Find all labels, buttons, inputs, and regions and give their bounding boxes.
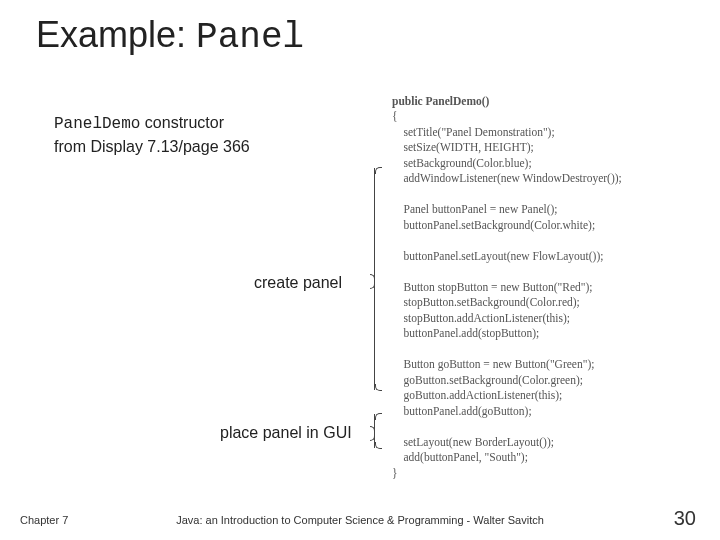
footer-pagenum: 30 <box>674 507 696 530</box>
constructor-description: PanelDemo constructor from Display 7.13/… <box>54 112 250 157</box>
code-l9: stopButton.setBackground(Color.red); <box>392 296 580 308</box>
code-l1: setTitle("Panel Demonstration"); <box>392 126 555 138</box>
desc-rest: constructor <box>140 114 224 131</box>
code-l15: buttonPanel.add(goButton); <box>392 405 532 417</box>
title-code: Panel <box>196 17 304 58</box>
code-l16: setLayout(new BorderLayout()); <box>392 436 554 448</box>
code-open: { <box>392 110 398 122</box>
desc-line2: from Display 7.13/page 366 <box>54 138 250 155</box>
code-l12: Button goButton = new Button("Green"); <box>392 358 594 370</box>
code-l6: buttonPanel.setBackground(Color.white); <box>392 219 595 231</box>
slide: Example: Panel PanelDemo constructor fro… <box>0 0 720 540</box>
code-l2: setSize(WIDTH, HEIGHT); <box>392 141 534 153</box>
brace-create-panel <box>374 168 375 390</box>
code-l7: buttonPanel.setLayout(new FlowLayout()); <box>392 250 603 262</box>
code-l8: Button stopButton = new Button("Red"); <box>392 281 593 293</box>
code-l3: setBackground(Color.blue); <box>392 157 532 169</box>
code-l10: stopButton.addActionListener(this); <box>392 312 570 324</box>
footer-booktitle: Java: an Introduction to Computer Scienc… <box>0 514 720 526</box>
code-close: } <box>392 467 398 479</box>
title-prefix: Example: <box>36 14 196 55</box>
label-place-panel: place panel in GUI <box>220 424 352 442</box>
code-l14: goButton.addActionListener(this); <box>392 389 562 401</box>
desc-classname: PanelDemo <box>54 115 140 133</box>
slide-title: Example: Panel <box>36 14 304 58</box>
code-l11: buttonPanel.add(stopButton); <box>392 327 539 339</box>
code-l5: Panel buttonPanel = new Panel(); <box>392 203 558 215</box>
code-l4: addWindowListener(new WindowDestroyer())… <box>392 172 622 184</box>
brace-place-panel <box>374 414 375 448</box>
code-l13: goButton.setBackground(Color.green); <box>392 374 583 386</box>
code-listing: public PanelDemo() { setTitle("Panel Dem… <box>392 78 702 481</box>
code-sig: public PanelDemo() <box>392 95 489 107</box>
code-l17: add(buttonPanel, "South"); <box>392 451 528 463</box>
label-create-panel: create panel <box>254 274 342 292</box>
